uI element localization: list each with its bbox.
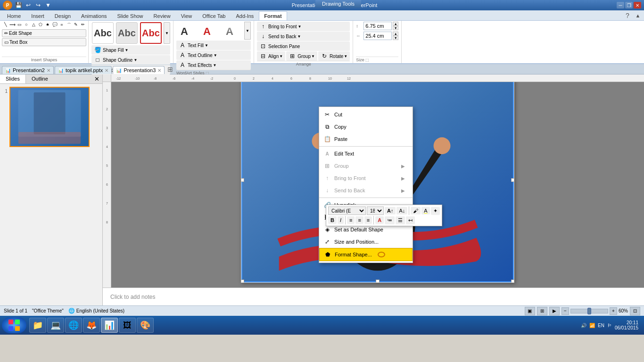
shape-star[interactable]: ★	[44, 22, 51, 27]
group-dropdown[interactable]: ▼	[311, 54, 315, 58]
redo-button[interactable]: ↪	[34, 1, 42, 9]
wordart-style-1[interactable]: A	[176, 22, 198, 40]
taskbar-app-mycomputer[interactable]: 💻	[47, 318, 64, 333]
doc-tab-presentation2[interactable]: 📊 Presentation2 ✕	[2, 66, 54, 74]
width-input[interactable]	[363, 32, 392, 40]
shape-triangle[interactable]: △	[30, 22, 37, 27]
shape-callout[interactable]: 💬	[51, 22, 58, 27]
shape-freeform[interactable]: ✎	[73, 22, 79, 27]
tab-close-2[interactable]: ✕	[105, 68, 108, 73]
shape-edit[interactable]: ✏	[80, 22, 86, 27]
bullets-button[interactable]: ≔	[385, 216, 395, 224]
ctx-size-position[interactable]: ⤢ Size and Position...	[319, 236, 413, 248]
height-down[interactable]: ▼	[393, 26, 398, 30]
font-grow-button[interactable]: A↑	[385, 207, 396, 214]
font-color-bottom-button[interactable]: A	[375, 216, 384, 224]
edit-shape-button[interactable]: ✏ Edit Shape	[2, 29, 86, 37]
text-box-button[interactable]: ▭ Text Box	[2, 38, 86, 46]
handle-bl[interactable]	[241, 280, 244, 283]
tab-officetab[interactable]: Office Tab	[197, 11, 231, 20]
font-size-select[interactable]: 18	[367, 206, 384, 215]
shape-more[interactable]: ⬠	[37, 22, 44, 27]
text-effects-dropdown[interactable]: ▼	[213, 63, 217, 67]
shape-fill-dropdown[interactable]: ▼	[124, 48, 128, 52]
tab-format[interactable]: Format	[259, 11, 287, 20]
normal-view-button[interactable]: ▣	[525, 307, 535, 315]
bold-button[interactable]: B	[328, 216, 337, 224]
close-button[interactable]: ✕	[634, 2, 641, 8]
send-to-back-button[interactable]: ↓ Send to Back ▼	[257, 32, 350, 41]
font-shrink-button[interactable]: A↓	[396, 207, 407, 214]
wordart-style-3[interactable]: A	[222, 22, 243, 40]
tab-home[interactable]: Home	[2, 11, 26, 20]
text-effects-button[interactable]: A Text Effects ▼	[176, 60, 251, 70]
shape-fill-button[interactable]: 🪣 Shape Fill ▼	[91, 45, 170, 55]
shape-outline-dropdown[interactable]: ▼	[133, 58, 137, 62]
align-button[interactable]: ⊟ Align ▼	[257, 51, 285, 61]
highlight-button[interactable]: 🖌	[411, 207, 421, 214]
send-back-dropdown[interactable]: ▼	[297, 34, 301, 39]
restore-button[interactable]: ❐	[625, 2, 633, 8]
text-fill-button[interactable]: A Text Fill ▼	[176, 41, 251, 50]
minimize-ribbon-button[interactable]: ▲	[634, 11, 642, 20]
help-button[interactable]: ?	[623, 11, 632, 20]
tab-addins[interactable]: Add-Ins	[231, 11, 259, 20]
outline-tab[interactable]: Outline	[26, 74, 54, 83]
numbering-button[interactable]: ☰	[396, 216, 405, 224]
slide-sorter-button[interactable]: ⊞	[537, 307, 547, 315]
undo-button[interactable]: ↩	[24, 1, 33, 9]
shape-arrow[interactable]: ⟶	[9, 22, 16, 27]
panel-close-button[interactable]: ✕	[91, 74, 102, 83]
rotate-dropdown[interactable]: ▼	[344, 54, 347, 58]
ctx-copy[interactable]: ⧉ Copy	[319, 121, 413, 133]
font-color-button[interactable]: A	[421, 207, 429, 214]
align-center-button[interactable]: ≡	[355, 216, 363, 224]
rotate-button[interactable]: ↻ Rotate ▼	[318, 51, 350, 61]
ctx-edit-text[interactable]: A Edit Text	[319, 148, 413, 160]
text-fill-dropdown[interactable]: ▼	[205, 43, 208, 48]
handle-br[interactable]	[511, 280, 514, 283]
doc-tab-presentation3[interactable]: 📊 Presentation3 ✕	[113, 66, 165, 74]
slides-tab[interactable]: Slides	[0, 74, 26, 83]
decrease-indent-button[interactable]: ↤	[406, 216, 415, 224]
zoom-in-button[interactable]: +	[610, 307, 617, 315]
text-outline-dropdown[interactable]: ▼	[214, 53, 217, 58]
shape-eq[interactable]: =	[58, 22, 65, 27]
shape-styles-more[interactable]: ▼	[164, 22, 170, 44]
new-doc-button[interactable]: ⊞	[165, 65, 175, 74]
shape-style-1[interactable]: Abc	[92, 22, 114, 44]
bring-to-front-button[interactable]: ↑ Bring to Front ▼	[257, 22, 350, 31]
taskbar-app-powerpoint[interactable]: 📊	[101, 318, 118, 333]
slideshow-button[interactable]: ▶	[549, 307, 560, 315]
shape-style-3[interactable]: Abc	[140, 22, 162, 44]
tab-view[interactable]: View	[176, 11, 198, 20]
size-expand[interactable]: ⬚	[365, 58, 369, 62]
doc-tab-topik[interactable]: 📊 topik artikel.pptx ✕	[55, 66, 112, 74]
shape-curve[interactable]: ⌒	[66, 22, 72, 27]
customize-qa-button[interactable]: ▼	[44, 1, 52, 9]
notes-area[interactable]: Click to add notes	[103, 288, 644, 305]
wordart-styles-more[interactable]: ▼	[244, 22, 251, 40]
font-family-select[interactable]: Calibri (E	[328, 206, 366, 215]
wordart-style-2[interactable]: A	[199, 22, 221, 40]
ctx-cut[interactable]: ✂ Cut	[319, 108, 413, 121]
text-outline-button[interactable]: A Text Outline ▼	[176, 50, 251, 60]
zoom-slider[interactable]	[570, 309, 608, 313]
handle-mr[interactable]	[511, 178, 514, 182]
ctx-paste[interactable]: 📋 Paste	[319, 133, 413, 145]
ctx-format-shape[interactable]: ⬟ Format Shape...	[319, 248, 413, 261]
taskbar-app-paint[interactable]: 🎨	[137, 318, 154, 333]
shape-line[interactable]: ╲	[2, 22, 8, 27]
height-up[interactable]: ▲	[393, 22, 398, 26]
width-up[interactable]: ▲	[393, 32, 398, 36]
shape-rect[interactable]: ▭	[16, 22, 23, 27]
selection-pane-button[interactable]: ⊡ Selection Pane	[257, 41, 350, 51]
tab-close-1[interactable]: ✕	[47, 68, 50, 73]
shape-oval[interactable]: ○	[23, 22, 30, 27]
tab-close-3[interactable]: ✕	[157, 68, 161, 73]
height-input[interactable]	[363, 22, 392, 30]
slide-thumbnail-img[interactable]	[9, 87, 90, 147]
align-dropdown[interactable]: ▼	[279, 54, 283, 58]
group-button[interactable]: ⊞ Group ▼	[286, 51, 317, 61]
align-right-button[interactable]: ≡	[364, 216, 372, 224]
